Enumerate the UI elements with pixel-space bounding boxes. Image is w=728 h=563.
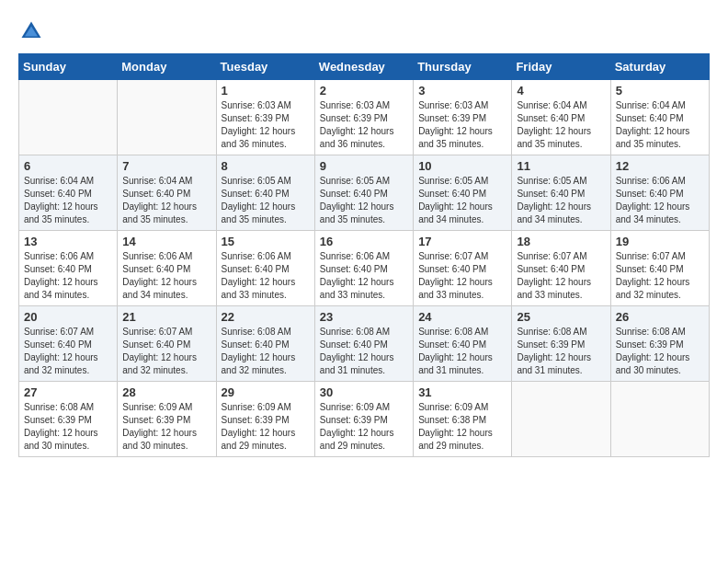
day-number: 20 [24, 310, 112, 324]
calendar-cell: 31Sunrise: 6:09 AM Sunset: 6:38 PM Dayli… [414, 382, 512, 457]
day-number: 8 [222, 159, 310, 173]
weekday-header: Thursday [414, 54, 512, 80]
calendar-cell: 21Sunrise: 6:07 AM Sunset: 6:40 PM Dayli… [118, 306, 216, 382]
day-info: Sunrise: 6:03 AM Sunset: 6:39 PM Dayligh… [418, 99, 506, 151]
weekday-header-row: SundayMondayTuesdayWednesdayThursdayFrid… [19, 54, 710, 80]
day-number: 1 [222, 84, 310, 98]
day-info: Sunrise: 6:09 AM Sunset: 6:39 PM Dayligh… [320, 401, 408, 453]
page-header [18, 18, 710, 44]
day-info: Sunrise: 6:05 AM Sunset: 6:40 PM Dayligh… [517, 175, 605, 226]
day-number: 12 [616, 159, 704, 173]
calendar-cell: 24Sunrise: 6:08 AM Sunset: 6:40 PM Dayli… [414, 306, 512, 382]
calendar-cell: 5Sunrise: 6:04 AM Sunset: 6:40 PM Daylig… [610, 80, 709, 155]
day-info: Sunrise: 6:03 AM Sunset: 6:39 PM Dayligh… [222, 99, 310, 151]
day-info: Sunrise: 6:07 AM Sunset: 6:40 PM Dayligh… [418, 250, 506, 302]
day-number: 19 [616, 235, 704, 248]
day-info: Sunrise: 6:08 AM Sunset: 6:39 PM Dayligh… [517, 326, 605, 377]
day-info: Sunrise: 6:06 AM Sunset: 6:40 PM Dayligh… [24, 250, 112, 302]
calendar-cell: 3Sunrise: 6:03 AM Sunset: 6:39 PM Daylig… [414, 80, 512, 155]
day-number: 22 [222, 310, 310, 324]
weekday-header: Wednesday [314, 54, 413, 80]
calendar-cell: 1Sunrise: 6:03 AM Sunset: 6:39 PM Daylig… [216, 80, 314, 155]
weekday-header: Monday [118, 54, 216, 80]
day-number: 21 [122, 310, 210, 324]
calendar-cell: 10Sunrise: 6:05 AM Sunset: 6:40 PM Dayli… [414, 155, 512, 231]
day-info: Sunrise: 6:07 AM Sunset: 6:40 PM Dayligh… [24, 326, 112, 377]
day-number: 27 [24, 385, 112, 399]
weekday-header: Sunday [19, 54, 118, 80]
day-info: Sunrise: 6:07 AM Sunset: 6:40 PM Dayligh… [616, 250, 704, 302]
day-info: Sunrise: 6:08 AM Sunset: 6:39 PM Dayligh… [24, 401, 112, 453]
calendar-cell: 4Sunrise: 6:04 AM Sunset: 6:40 PM Daylig… [512, 80, 610, 155]
calendar-table: SundayMondayTuesdayWednesdayThursdayFrid… [18, 53, 710, 457]
calendar-cell: 14Sunrise: 6:06 AM Sunset: 6:40 PM Dayli… [118, 231, 216, 306]
calendar-cell: 13Sunrise: 6:06 AM Sunset: 6:40 PM Dayli… [19, 231, 118, 306]
day-info: Sunrise: 6:08 AM Sunset: 6:40 PM Dayligh… [222, 326, 310, 377]
day-info: Sunrise: 6:06 AM Sunset: 6:40 PM Dayligh… [122, 250, 210, 302]
day-info: Sunrise: 6:09 AM Sunset: 6:39 PM Dayligh… [122, 401, 210, 453]
calendar-cell: 23Sunrise: 6:08 AM Sunset: 6:40 PM Dayli… [314, 306, 413, 382]
day-info: Sunrise: 6:04 AM Sunset: 6:40 PM Dayligh… [517, 99, 605, 151]
calendar-cell: 26Sunrise: 6:08 AM Sunset: 6:39 PM Dayli… [610, 306, 709, 382]
calendar-cell [19, 80, 118, 155]
calendar-cell: 9Sunrise: 6:05 AM Sunset: 6:40 PM Daylig… [314, 155, 413, 231]
day-number: 2 [320, 84, 408, 98]
calendar-cell [610, 382, 709, 457]
calendar-cell: 16Sunrise: 6:06 AM Sunset: 6:40 PM Dayli… [314, 231, 413, 306]
calendar-cell [512, 382, 610, 457]
day-number: 7 [122, 159, 210, 173]
day-number: 30 [320, 385, 408, 399]
logo-icon [18, 18, 44, 44]
day-info: Sunrise: 6:06 AM Sunset: 6:40 PM Dayligh… [616, 175, 704, 226]
day-number: 16 [320, 235, 408, 248]
calendar-cell: 25Sunrise: 6:08 AM Sunset: 6:39 PM Dayli… [512, 306, 610, 382]
day-info: Sunrise: 6:04 AM Sunset: 6:40 PM Dayligh… [24, 175, 112, 226]
day-number: 9 [320, 159, 408, 173]
weekday-header: Saturday [610, 54, 709, 80]
day-info: Sunrise: 6:05 AM Sunset: 6:40 PM Dayligh… [222, 175, 310, 226]
day-number: 14 [122, 235, 210, 248]
day-number: 11 [517, 159, 605, 173]
day-number: 17 [418, 235, 506, 248]
day-info: Sunrise: 6:05 AM Sunset: 6:40 PM Dayligh… [320, 175, 408, 226]
day-info: Sunrise: 6:07 AM Sunset: 6:40 PM Dayligh… [517, 250, 605, 302]
day-info: Sunrise: 6:09 AM Sunset: 6:38 PM Dayligh… [418, 401, 506, 453]
day-number: 15 [222, 235, 310, 248]
day-number: 23 [320, 310, 408, 324]
day-info: Sunrise: 6:07 AM Sunset: 6:40 PM Dayligh… [122, 326, 210, 377]
calendar-week-row: 13Sunrise: 6:06 AM Sunset: 6:40 PM Dayli… [19, 231, 710, 306]
weekday-header: Tuesday [216, 54, 314, 80]
calendar-cell: 6Sunrise: 6:04 AM Sunset: 6:40 PM Daylig… [19, 155, 118, 231]
calendar-week-row: 27Sunrise: 6:08 AM Sunset: 6:39 PM Dayli… [19, 382, 710, 457]
calendar-week-row: 20Sunrise: 6:07 AM Sunset: 6:40 PM Dayli… [19, 306, 710, 382]
day-info: Sunrise: 6:08 AM Sunset: 6:40 PM Dayligh… [418, 326, 506, 377]
day-number: 5 [616, 84, 704, 98]
calendar-cell: 22Sunrise: 6:08 AM Sunset: 6:40 PM Dayli… [216, 306, 314, 382]
day-number: 31 [418, 385, 506, 399]
day-info: Sunrise: 6:06 AM Sunset: 6:40 PM Dayligh… [222, 250, 310, 302]
day-number: 28 [122, 385, 210, 399]
calendar-cell: 18Sunrise: 6:07 AM Sunset: 6:40 PM Dayli… [512, 231, 610, 306]
calendar-cell: 2Sunrise: 6:03 AM Sunset: 6:39 PM Daylig… [314, 80, 413, 155]
calendar-cell: 8Sunrise: 6:05 AM Sunset: 6:40 PM Daylig… [216, 155, 314, 231]
day-number: 4 [517, 84, 605, 98]
day-info: Sunrise: 6:03 AM Sunset: 6:39 PM Dayligh… [320, 99, 408, 151]
day-number: 26 [616, 310, 704, 324]
calendar-week-row: 1Sunrise: 6:03 AM Sunset: 6:39 PM Daylig… [19, 80, 710, 155]
day-info: Sunrise: 6:04 AM Sunset: 6:40 PM Dayligh… [122, 175, 210, 226]
day-info: Sunrise: 6:08 AM Sunset: 6:39 PM Dayligh… [616, 326, 704, 377]
day-number: 18 [517, 235, 605, 248]
calendar-cell: 29Sunrise: 6:09 AM Sunset: 6:39 PM Dayli… [216, 382, 314, 457]
weekday-header: Friday [512, 54, 610, 80]
calendar-cell: 28Sunrise: 6:09 AM Sunset: 6:39 PM Dayli… [118, 382, 216, 457]
calendar-cell: 19Sunrise: 6:07 AM Sunset: 6:40 PM Dayli… [610, 231, 709, 306]
calendar-cell: 27Sunrise: 6:08 AM Sunset: 6:39 PM Dayli… [19, 382, 118, 457]
calendar-cell: 12Sunrise: 6:06 AM Sunset: 6:40 PM Dayli… [610, 155, 709, 231]
day-number: 6 [24, 159, 112, 173]
calendar-cell: 30Sunrise: 6:09 AM Sunset: 6:39 PM Dayli… [314, 382, 413, 457]
calendar-cell: 20Sunrise: 6:07 AM Sunset: 6:40 PM Dayli… [19, 306, 118, 382]
calendar-week-row: 6Sunrise: 6:04 AM Sunset: 6:40 PM Daylig… [19, 155, 710, 231]
calendar-cell: 17Sunrise: 6:07 AM Sunset: 6:40 PM Dayli… [414, 231, 512, 306]
day-number: 24 [418, 310, 506, 324]
calendar-cell: 11Sunrise: 6:05 AM Sunset: 6:40 PM Dayli… [512, 155, 610, 231]
